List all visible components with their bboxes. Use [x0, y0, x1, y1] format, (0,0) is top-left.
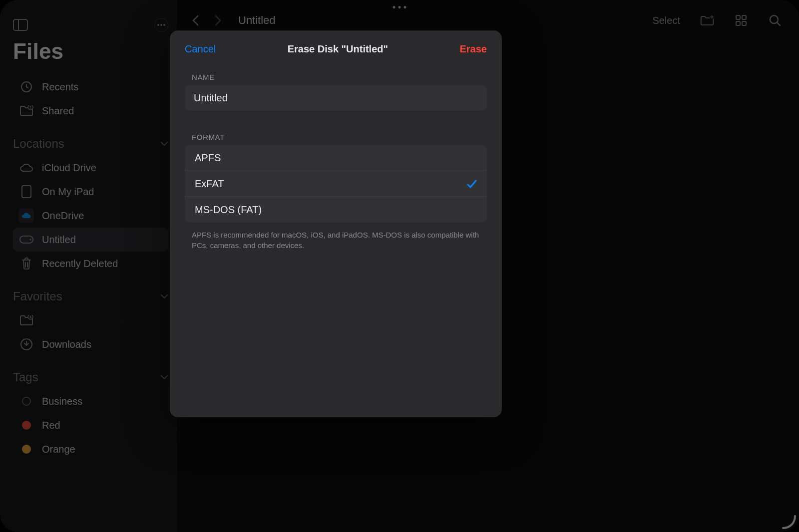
format-field-label: FORMAT: [192, 133, 480, 141]
name-field-label: NAME: [192, 73, 480, 81]
erase-disk-modal: Cancel Erase Disk "Untitled" Erase NAME …: [170, 30, 502, 417]
format-option-apfs[interactable]: APFS: [185, 145, 487, 171]
format-list: APFS ExFAT MS-DOS (FAT): [185, 145, 487, 223]
status-indicator-dots: [393, 6, 406, 8]
disk-name-input[interactable]: [194, 92, 478, 104]
checkmark-icon: [467, 180, 477, 189]
format-option-label: APFS: [195, 152, 221, 164]
format-option-label: MS-DOS (FAT): [195, 204, 262, 216]
disk-name-field-wrapper[interactable]: [185, 85, 487, 111]
modal-title: Erase Disk "Untitled": [288, 43, 388, 55]
format-option-msdos[interactable]: MS-DOS (FAT): [185, 197, 487, 223]
erase-button[interactable]: Erase: [459, 43, 487, 55]
format-help-text: APFS is recommended for macOS, iOS, and …: [192, 230, 480, 251]
format-option-exfat[interactable]: ExFAT: [185, 171, 487, 197]
format-option-label: ExFAT: [195, 178, 224, 190]
cancel-button[interactable]: Cancel: [185, 43, 216, 55]
